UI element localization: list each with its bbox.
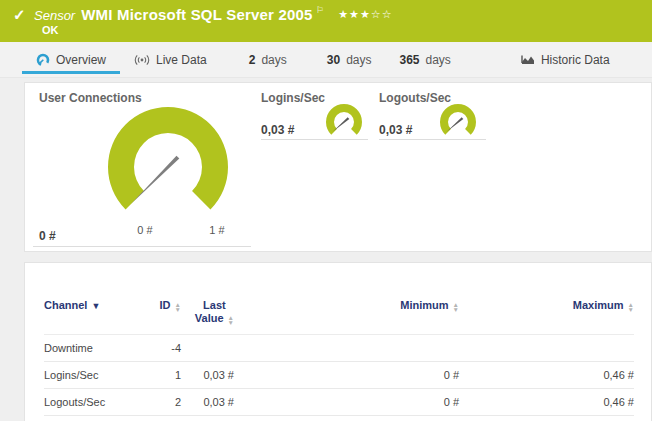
- status-ok-icon: ✓: [13, 6, 26, 24]
- cell-maximum: [459, 335, 634, 362]
- area-chart-icon: [521, 54, 535, 66]
- logins-gauge-value: 0,03 #: [261, 123, 294, 137]
- channel-table: Channel▼ ID▲▼ Last Value▲▼ Minimum▲▼: [44, 263, 634, 421]
- sensor-kind-label: Sensor: [34, 8, 75, 23]
- sort-icon: ▲▼: [175, 303, 181, 312]
- gauge-max-label: 1 #: [201, 224, 233, 236]
- stars-empty: ☆☆: [371, 8, 393, 20]
- sensor-header: ✓ SensorWMI Microsoft SQL Server 2005⚐ ★…: [0, 0, 652, 42]
- column-label: Value: [195, 312, 224, 324]
- tab-overview[interactable]: Overview: [22, 42, 120, 77]
- gauge-needle: [447, 117, 464, 132]
- cell-last-value: [181, 335, 234, 362]
- gauges-panel: User Connections 0 # 1 # 0 # Logins/Sec …: [24, 82, 652, 252]
- channel-table-panel: Channel▼ ID▲▼ Last Value▲▼ Minimum▲▼: [24, 262, 652, 421]
- table-row[interactable]: Logouts/Sec 2 0,03 # 0 # 0,46 #: [44, 389, 634, 416]
- cell-last-value: 0,03 #: [181, 362, 234, 389]
- column-label: Minimum: [400, 299, 448, 311]
- cell-id: 2: [145, 389, 181, 416]
- cell-last-value: 0,03 #: [181, 389, 234, 416]
- channel-table-body: Downtime -4 Logins/Sec 1 0,03 # 0 # 0,46…: [44, 335, 634, 421]
- tab-unit: days: [346, 53, 371, 67]
- tab-2-days[interactable]: 2 days: [235, 42, 301, 77]
- cell-last-value: 0 #: [181, 416, 234, 421]
- column-label: Last: [203, 299, 226, 311]
- column-header-maximum[interactable]: Maximum▲▼: [459, 263, 634, 335]
- cell-channel: Downtime: [44, 335, 145, 362]
- tab-number: 2: [249, 53, 256, 67]
- table-row[interactable]: Logins/Sec 1 0,03 # 0 # 0,46 #: [44, 362, 634, 389]
- tab-live-data[interactable]: Live Data: [120, 42, 221, 77]
- column-header-last-value[interactable]: Last Value▲▼: [181, 263, 234, 335]
- tab-30-days[interactable]: 30 days: [313, 42, 386, 77]
- column-header-minimum[interactable]: Minimum▲▼: [234, 263, 459, 335]
- gauge-needle: [131, 156, 179, 204]
- tab-unit: days: [426, 53, 451, 67]
- divider: [379, 139, 486, 140]
- sort-desc-icon: ▼: [91, 301, 100, 311]
- cell-channel: User Connections: [44, 416, 145, 421]
- cell-id: 0: [145, 416, 181, 421]
- column-header-id[interactable]: ID▲▼: [145, 263, 181, 335]
- tab-number: 365: [399, 53, 419, 67]
- column-label: Maximum: [573, 299, 624, 311]
- gauge-needle: [333, 117, 350, 132]
- sensor-tab-bar: Overview Live Data 2 days 30 days 365 da…: [0, 42, 652, 78]
- table-row[interactable]: Downtime -4: [44, 335, 634, 362]
- cell-id: 1: [145, 362, 181, 389]
- cell-channel: Logins/Sec: [44, 362, 145, 389]
- column-header-channel[interactable]: Channel▼: [44, 263, 145, 335]
- cell-minimum: 0 #: [234, 416, 459, 421]
- logins-gauge-label: Logins/Sec: [261, 91, 325, 105]
- priority-stars[interactable]: ★★★☆☆: [338, 8, 392, 20]
- cell-minimum: [234, 335, 459, 362]
- tab-label: Live Data: [156, 53, 207, 67]
- status-badge: OK: [42, 24, 59, 36]
- divider: [261, 139, 368, 140]
- cell-maximum: 1 #: [459, 416, 634, 421]
- stars-filled: ★★★: [338, 8, 371, 20]
- cell-channel: Logouts/Sec: [44, 389, 145, 416]
- tab-number: 30: [327, 53, 340, 67]
- sort-icon: ▲▼: [628, 303, 634, 312]
- cell-maximum: 0,46 #: [459, 389, 634, 416]
- cell-minimum: 0 #: [234, 362, 459, 389]
- tab-unit: days: [261, 53, 286, 67]
- tab-label: Overview: [56, 53, 106, 67]
- gauge-min-label: 0 #: [129, 224, 161, 236]
- primary-gauge-value: 0 #: [39, 229, 56, 243]
- column-label: ID: [160, 299, 171, 311]
- flag-icon: ⚐: [316, 5, 324, 15]
- page-title: WMI Microsoft SQL Server 2005: [81, 6, 312, 23]
- table-row[interactable]: User Connections 0 0 # 0 # 1 #: [44, 416, 634, 421]
- column-label: Channel: [44, 299, 87, 311]
- logouts-gauge-value: 0,03 #: [379, 123, 412, 137]
- sort-icon: ▲▼: [453, 303, 459, 312]
- sort-icon: ▲▼: [228, 316, 234, 325]
- tab-historic-data[interactable]: Historic Data: [507, 42, 624, 77]
- cell-id: -4: [145, 335, 181, 362]
- live-icon: [134, 54, 150, 66]
- user-connections-gauge: [93, 97, 243, 227]
- tab-365-days[interactable]: 365 days: [385, 42, 464, 77]
- tab-label: Historic Data: [541, 53, 610, 67]
- overview-tab-content: User Connections 0 # 1 # 0 # Logins/Sec …: [0, 78, 652, 421]
- cell-minimum: 0 #: [234, 389, 459, 416]
- cell-maximum: 0,46 #: [459, 362, 634, 389]
- divider: [33, 246, 251, 247]
- gauge-icon: [36, 53, 50, 67]
